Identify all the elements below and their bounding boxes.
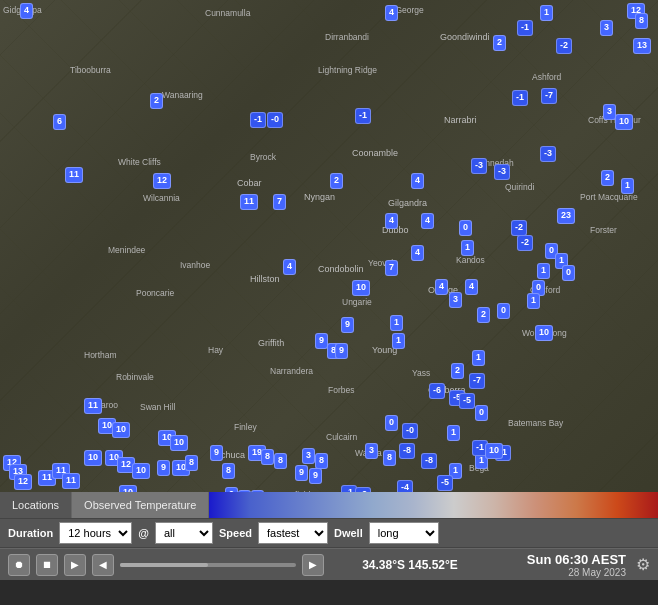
marker: 1 xyxy=(390,315,403,331)
marker: -1 xyxy=(517,20,533,36)
marker: 8 xyxy=(261,449,274,465)
marker: 2 xyxy=(601,170,614,186)
marker: 0 xyxy=(385,415,398,431)
marker: 10 xyxy=(170,435,188,451)
marker: 2 xyxy=(493,35,506,51)
play-button[interactable]: ▶ xyxy=(64,554,86,576)
marker: -5 xyxy=(437,475,453,491)
marker: -0 xyxy=(267,112,283,128)
marker: 10 xyxy=(535,325,553,341)
marker: 1 xyxy=(527,293,540,309)
marker: 12 xyxy=(153,173,171,189)
marker: -2 xyxy=(517,235,533,251)
marker: 10 xyxy=(84,450,102,466)
controls-bar: Duration 12 hours 3 hours 6 hours 24 hou… xyxy=(0,518,658,548)
marker: -8 xyxy=(399,443,415,459)
marker: 9 xyxy=(157,460,170,476)
marker: 1 xyxy=(447,425,460,441)
at-label: @ xyxy=(138,527,149,539)
marker: -1 xyxy=(355,108,371,124)
progress-fill xyxy=(120,563,208,567)
stop-button[interactable]: ⏹ xyxy=(36,554,58,576)
next-button[interactable]: ▶ xyxy=(302,554,324,576)
prev-button[interactable]: ◀ xyxy=(92,554,114,576)
marker: 7 xyxy=(385,260,398,276)
marker: -1 xyxy=(250,112,266,128)
marker: 1 xyxy=(540,5,553,21)
progress-slider[interactable] xyxy=(120,563,296,567)
marker: -5 xyxy=(459,393,475,409)
marker: -1 xyxy=(512,90,528,106)
marker: 3 xyxy=(302,448,315,464)
time-main: Sun 06:30 AEST xyxy=(496,552,626,567)
datetime-display: Sun 06:30 AEST 28 May 2023 xyxy=(496,552,626,578)
duration-label: Duration xyxy=(8,527,53,539)
marker: -0 xyxy=(402,423,418,439)
marker: 10 xyxy=(485,443,503,459)
marker: 1 xyxy=(537,263,550,279)
tab-observed-temperature[interactable]: Observed Temperature xyxy=(72,492,209,518)
marker: 10 xyxy=(615,114,633,130)
marker: 9 xyxy=(210,445,223,461)
marker: 2 xyxy=(330,173,343,189)
marker: 2 xyxy=(477,307,490,323)
marker: 4 xyxy=(385,5,398,21)
marker: 9 xyxy=(309,468,322,484)
marker: -2 xyxy=(556,38,572,54)
marker: 9 xyxy=(335,343,348,359)
marker: 0 xyxy=(459,220,472,236)
playback-bar: ⏺ ⏹ ▶ ◀ ▶ 34.38°S 145.52°E Sun 06:30 AES… xyxy=(0,548,658,580)
at-select[interactable]: all 00:00 06:00 12:00 18:00 xyxy=(155,522,213,544)
marker: 11 xyxy=(240,194,258,210)
coords-display: 34.38°S 145.52°E xyxy=(330,558,490,572)
tabs-bar: Locations Observed Temperature xyxy=(0,492,658,518)
marker: 8 xyxy=(315,453,328,469)
gear-icon[interactable]: ⚙ xyxy=(636,555,650,574)
marker: -7 xyxy=(469,373,485,389)
speed-label: Speed xyxy=(219,527,252,539)
marker: -7 xyxy=(541,88,557,104)
marker: 4 xyxy=(411,245,424,261)
marker: 9 xyxy=(341,317,354,333)
marker: 8 xyxy=(222,463,235,479)
marker: 2 xyxy=(451,363,464,379)
marker: -3 xyxy=(540,146,556,162)
marker: -8 xyxy=(421,453,437,469)
marker: 10 xyxy=(112,422,130,438)
map-container: Gidgeelpa Cunnamulla St George Dirranban… xyxy=(0,0,658,518)
speed-select[interactable]: fastest slowest slow medium fast xyxy=(258,522,328,544)
marker: 8 xyxy=(185,455,198,471)
marker: 3 xyxy=(600,20,613,36)
marker: 4 xyxy=(283,259,296,275)
marker: 13 xyxy=(633,38,651,54)
marker: 2 xyxy=(150,93,163,109)
marker: 6 xyxy=(53,114,66,130)
marker: 1 xyxy=(621,178,634,194)
marker: 8 xyxy=(274,453,287,469)
marker: 11 xyxy=(84,398,102,414)
dwell-label: Dwell xyxy=(334,527,363,539)
marker: 10 xyxy=(352,280,370,296)
marker: 9 xyxy=(295,465,308,481)
date-sub: 28 May 2023 xyxy=(496,567,626,578)
marker: 1 xyxy=(392,333,405,349)
marker: 12 xyxy=(14,474,32,490)
marker: 7 xyxy=(273,194,286,210)
tab-locations[interactable]: Locations xyxy=(0,492,72,518)
marker: 0 xyxy=(497,303,510,319)
marker: 10 xyxy=(132,463,150,479)
marker: 1 xyxy=(461,240,474,256)
duration-select[interactable]: 12 hours 3 hours 6 hours 24 hours 48 hou… xyxy=(59,522,132,544)
dwell-select[interactable]: long none short medium xyxy=(369,522,439,544)
marker: 4 xyxy=(20,3,33,19)
marker: 4 xyxy=(411,173,424,189)
marker: 0 xyxy=(562,265,575,281)
marker: 3 xyxy=(449,292,462,308)
marker: 0 xyxy=(475,405,488,421)
marker: 8 xyxy=(635,13,648,29)
marker: 1 xyxy=(472,350,485,366)
marker: 11 xyxy=(65,167,83,183)
marker: 3 xyxy=(365,443,378,459)
record-button[interactable]: ⏺ xyxy=(8,554,30,576)
marker: 8 xyxy=(383,450,396,466)
